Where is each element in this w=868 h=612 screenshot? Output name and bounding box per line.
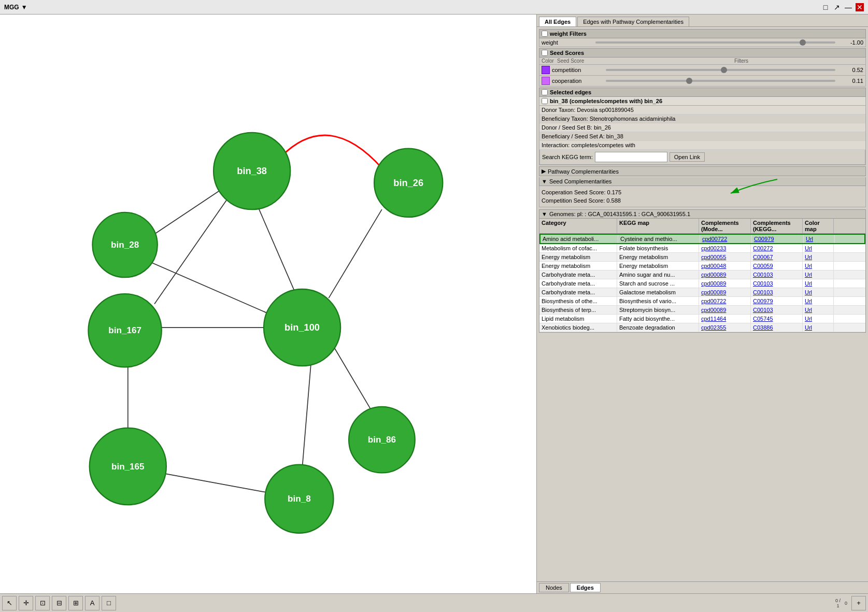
th-color-map: Color map [803,219,834,233]
edge-bin26-bin100[interactable] [329,209,382,298]
td-comp-kegg[interactable]: C00979 [752,235,804,243]
pathway-header[interactable]: ▶ Pathway Complementarities [539,166,866,176]
edge-title-checkbox[interactable] [542,98,548,104]
td-comp-kegg[interactable]: C00103 [751,279,803,288]
weight-label: weight [542,39,593,46]
plus-btn[interactable]: + [851,596,866,610]
td-comp-mode[interactable]: cpd00089 [699,288,751,296]
app-title: MGG [4,4,19,11]
td-comp-kegg[interactable]: C00272 [751,244,803,252]
seed-comp-triangle: ▼ [542,178,547,184]
text-btn[interactable]: A [85,596,99,610]
table-row[interactable]: Biosynthesis of terp... Streptomycin bio… [539,306,865,315]
add-btn[interactable]: ⊞ [68,596,83,610]
td-comp-kegg[interactable]: C00059 [751,262,803,270]
td-comp-mode[interactable]: cpd00055 [699,253,751,261]
td-color-map[interactable]: Url [803,323,834,332]
cursor-btn[interactable]: ↖ [2,596,17,610]
edge-bin38-bin100[interactable] [258,206,296,295]
edge-bin100-bin86[interactable] [335,348,375,416]
close-btn[interactable]: ✕ [856,3,864,11]
search-kegg-input[interactable] [595,152,667,162]
weight-filters-checkbox[interactable] [542,31,548,37]
td-color-map[interactable]: Url [803,253,834,261]
competition-thumb[interactable] [721,67,727,73]
td-comp-mode[interactable]: cpd02355 [699,323,751,332]
td-comp-mode[interactable]: cpd00233 [699,244,751,252]
table-row[interactable]: Carbohydrate meta... Galactose metabolis… [539,288,865,297]
td-color-map[interactable]: Url [804,235,835,243]
table-row[interactable]: Xenobiotics biodeg... Benzoate degradati… [539,323,865,332]
td-comp-mode[interactable]: cpd00722 [699,297,751,305]
beneficiary-seed-row: Beneficiary / Seed Set A: bin_38 [539,132,865,141]
td-category: Biosynthesis of terp... [539,306,617,314]
td-comp-kegg[interactable]: C00103 [751,288,803,296]
minimize-btn[interactable]: — [844,3,852,11]
td-color-map[interactable]: Url [803,244,834,252]
table-row[interactable]: Energy metabolism Energy metabolism cpd0… [539,262,865,271]
genomes-header[interactable]: ▼ Genomes: pl: : GCA_001431595.1 : GCA_9… [539,209,866,219]
label-bin100: bin_100 [284,322,320,333]
edge-bin100-bin8[interactable] [302,363,311,469]
table-row[interactable]: Carbohydrate meta... Amino sugar and nu.… [539,271,865,279]
selected-edges-checkbox[interactable] [542,89,548,95]
td-comp-kegg[interactable]: C00103 [751,306,803,314]
edge-bin165-bin8[interactable] [158,472,270,493]
td-color-map[interactable]: Url [803,262,834,270]
td-color-map[interactable]: Url [803,279,834,288]
seed-comp-header[interactable]: ▼ Seed Complementarities [539,177,866,186]
tab-all-edges[interactable]: All Edges [539,17,576,26]
title-bar: MGG ▼ [4,4,27,11]
weight-filters-header[interactable]: weight Filters [539,29,866,38]
td-comp-mode[interactable]: cpd00048 [699,262,751,270]
table-row[interactable]: Biosynthesis of othe... Biosynthesis of … [539,297,865,306]
td-comp-mode[interactable]: cpd00089 [699,271,751,279]
table-row[interactable]: Amino acid metaboli... Cysteine and meth… [539,234,865,244]
td-color-map[interactable]: Url [803,271,834,279]
table-row[interactable]: Lipid metabolism Fatty acid biosynthe...… [539,315,865,323]
edge-bin38-bin26[interactable] [281,135,382,168]
td-color-map[interactable]: Url [803,288,834,296]
td-color-map[interactable]: Url [803,315,834,323]
dropdown-arrow[interactable]: ▼ [21,4,27,11]
td-category: Amino acid metaboli... [540,235,618,243]
td-comp-mode[interactable]: cpd00722 [700,235,752,243]
genomes-triangle: ▼ [542,211,547,217]
edge-bin38-bin28[interactable] [151,189,222,236]
restore-btn[interactable]: □ [821,3,830,11]
edge-bin28-bin100[interactable] [151,263,266,313]
td-comp-mode[interactable]: cpd11464 [699,315,751,323]
td-comp-kegg[interactable]: C05745 [751,315,803,323]
competition-score-row: Competition Seed Score: 0.588 [542,196,863,205]
col-seed-score: Seed Score [557,58,619,64]
td-comp-kegg[interactable]: C00103 [751,271,803,279]
weight-slider-thumb[interactable] [800,39,806,46]
tab-edges-pathway[interactable]: Edges with Pathway Complementarities [577,17,689,26]
seed-scores-header[interactable]: Seed Scores [539,48,866,58]
beneficiary-taxon-row: Beneficiary Taxon: Stenotrophomonas acid… [539,115,865,123]
label-bin38: bin_38 [237,165,267,176]
deselect-btn[interactable]: ⊟ [52,596,66,610]
td-comp-kegg[interactable]: C00979 [751,297,803,305]
td-comp-kegg[interactable]: C03886 [751,323,803,332]
td-comp-kegg[interactable]: C00067 [751,253,803,261]
rect-btn[interactable]: □ [102,596,116,610]
td-comp-mode[interactable]: cpd00089 [699,306,751,314]
edge-bin38-bin167[interactable] [154,197,228,304]
competition-seed-score: Competition Seed Score: 0.588 [542,197,621,204]
table-row[interactable]: Carbohydrate meta... Starch and sucrose … [539,279,865,288]
table-row[interactable]: Metabolism of cofac... Folate biosynthes… [539,244,865,253]
td-comp-mode[interactable]: cpd00089 [699,279,751,288]
table-row[interactable]: Energy metabolism Energy metabolism cpd0… [539,253,865,262]
select-btn[interactable]: ⊡ [35,596,50,610]
td-color-map[interactable]: Url [803,306,834,314]
cooperation-slider [606,80,835,82]
bottom-tab-nodes[interactable]: Nodes [539,583,569,592]
maximize-btn[interactable]: ↗ [833,3,841,11]
td-color-map[interactable]: Url [803,297,834,305]
move-btn[interactable]: ✛ [19,596,33,610]
seed-scores-checkbox[interactable] [542,50,548,56]
cooperation-thumb[interactable] [686,78,692,84]
open-link-button[interactable]: Open Link [670,152,705,162]
bottom-tab-edges[interactable]: Edges [570,583,601,592]
